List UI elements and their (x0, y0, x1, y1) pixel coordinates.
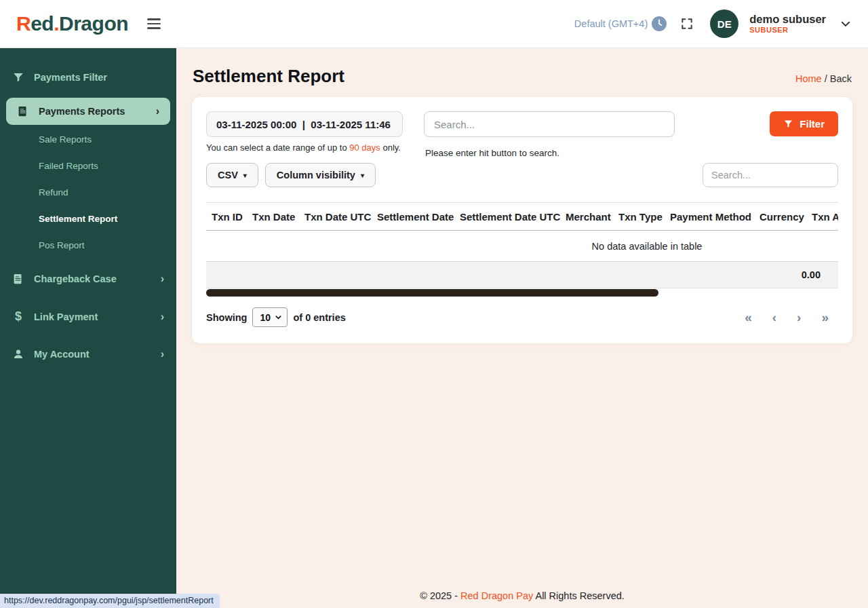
table-header-row: Txn ID Txn Date Txn Date UTC Settlement … (206, 202, 838, 231)
copyright-footer: © 2025 - Red Dragon Pay All Rights Reser… (176, 590, 868, 601)
brand-link[interactable]: Red Dragon Pay (460, 590, 533, 601)
chargeback-document-icon (12, 273, 24, 285)
filter-funnel-icon (12, 71, 24, 83)
csv-export-button[interactable]: CSV▾ (206, 163, 258, 187)
sidebar-item-label: Link Payment (34, 311, 98, 322)
timezone-selector[interactable]: Default (GMT+4) (574, 16, 667, 31)
chevron-right-icon: › (161, 273, 164, 284)
table-empty-message: No data available in table (206, 231, 838, 262)
horizontal-scrollbar-thumb[interactable] (206, 289, 658, 297)
top-bar: Red.Dragon Default (GMT+4) DE demo subus… (0, 0, 868, 48)
chevron-right-icon: › (161, 349, 164, 360)
sidebar-item-label: Payments Filter (34, 72, 107, 83)
logo-text-red: R (16, 12, 31, 35)
column-visibility-button[interactable]: Column visibility▾ (265, 163, 376, 187)
pagination: « ‹ › » (745, 311, 838, 324)
caret-down-icon: ▾ (243, 172, 247, 179)
user-role-badge: SUBUSER (749, 26, 826, 35)
column-header-txn-id[interactable]: Txn ID (206, 211, 247, 223)
sidebar-item-payments-reports[interactable]: Payments Reports › (6, 98, 170, 125)
column-header-txn-amount[interactable]: Txn Amount (806, 211, 838, 223)
dollar-icon: $ (12, 309, 24, 324)
menu-toggle-button[interactable] (144, 16, 163, 32)
date-range-note: You can select a date range of up to 90 … (206, 142, 403, 153)
chevron-right-icon: › (161, 311, 164, 322)
timezone-label: Default (GMT+4) (574, 18, 648, 29)
column-header-txn-type[interactable]: Txn Type (613, 211, 665, 223)
sidebar-item-chargeback-case[interactable]: Chargeback Case › (0, 267, 176, 291)
date-range-input[interactable] (206, 111, 403, 137)
pagination-first-button[interactable]: « (745, 311, 752, 324)
user-name: demo subuser (749, 13, 826, 26)
date-limit-highlight: 90 days (349, 142, 380, 153)
fullscreen-icon[interactable] (680, 17, 694, 31)
column-header-currency[interactable]: Currency (754, 211, 806, 223)
sidebar-subitem-sale-reports[interactable]: Sale Reports (39, 134, 176, 145)
user-info: demo subuser SUBUSER (749, 13, 826, 35)
table-scroll-area: Txn ID Txn Date Txn Date UTC Settlement … (206, 202, 838, 262)
user-menu-chevron-icon[interactable] (840, 18, 852, 30)
column-header-txn-date[interactable]: Txn Date (247, 211, 299, 223)
user-avatar[interactable]: DE (710, 10, 738, 38)
search-hint: Please enter hit button to search. (424, 148, 675, 158)
payments-reports-submenu: Sale Reports Failed Reports Refund Settl… (0, 134, 176, 250)
column-header-merchant[interactable]: Merchant (560, 211, 613, 223)
logo-dot: . (54, 12, 59, 35)
sidebar-item-label: Chargeback Case (34, 273, 117, 284)
footer-total-value: 0.00 (802, 269, 821, 280)
breadcrumb: Home / Back (795, 73, 852, 84)
column-header-settlement-date[interactable]: Settlement Date (372, 211, 454, 223)
horizontal-scrollbar[interactable] (206, 288, 838, 297)
pagination-next-button[interactable]: › (797, 311, 801, 324)
main-search-input[interactable] (424, 111, 675, 137)
caret-down-icon: ▾ (361, 172, 364, 179)
chevron-right-icon: › (156, 106, 159, 117)
column-header-payment-method[interactable]: Payment Method (665, 211, 754, 223)
page-size-control: Showing 10 of 0 entries (206, 307, 346, 327)
sidebar-item-label: My Account (34, 349, 90, 360)
breadcrumb-back[interactable]: / Back (822, 73, 852, 84)
sidebar-subitem-refund[interactable]: Refund (39, 187, 176, 197)
sidebar: Payments Filter Payments Reports › Sale … (0, 48, 176, 608)
filter-button[interactable]: Filter (770, 111, 838, 136)
sidebar-item-label: Payments Reports (39, 106, 125, 117)
column-header-settlement-date-utc[interactable]: Settlement Date UTC (454, 211, 560, 223)
page-size-select[interactable]: 10 (252, 307, 288, 327)
column-header-txn-date-utc[interactable]: Txn Date UTC (299, 211, 372, 223)
pagination-last-button[interactable]: » (821, 311, 829, 324)
showing-label: Showing (206, 312, 247, 323)
brand-logo[interactable]: Red.Dragon (16, 12, 128, 35)
person-icon (12, 348, 24, 360)
chevron-down-icon (275, 314, 282, 321)
settlement-report-card: You can select a date range of up to 90 … (192, 97, 852, 343)
sidebar-item-link-payment[interactable]: $ Link Payment › (0, 303, 176, 330)
sidebar-item-my-account[interactable]: My Account › (0, 342, 176, 366)
sidebar-item-payments-filter[interactable]: Payments Filter (0, 65, 176, 90)
link-preview-status-bar: https://dev.reddragonpay.com/pgui/jsp/se… (0, 594, 220, 608)
breadcrumb-home-link[interactable]: Home (795, 73, 822, 84)
table-search-input[interactable] (703, 163, 838, 187)
report-document-icon (17, 105, 29, 117)
sidebar-subitem-settlement-report[interactable]: Settlement Report (39, 214, 176, 224)
pagination-prev-button[interactable]: ‹ (772, 311, 776, 324)
clock-icon (652, 16, 667, 31)
table-footer-total-row: 0.00 (206, 262, 838, 288)
filter-funnel-icon (783, 119, 793, 129)
entries-label: of 0 entries (293, 312, 345, 323)
main-content: Settlement Report Home / Back You can se… (176, 48, 868, 608)
page-title: Settlement Report (193, 66, 344, 87)
sidebar-subitem-failed-reports[interactable]: Failed Reports (39, 161, 176, 171)
sidebar-subitem-pos-report[interactable]: Pos Report (39, 240, 176, 250)
